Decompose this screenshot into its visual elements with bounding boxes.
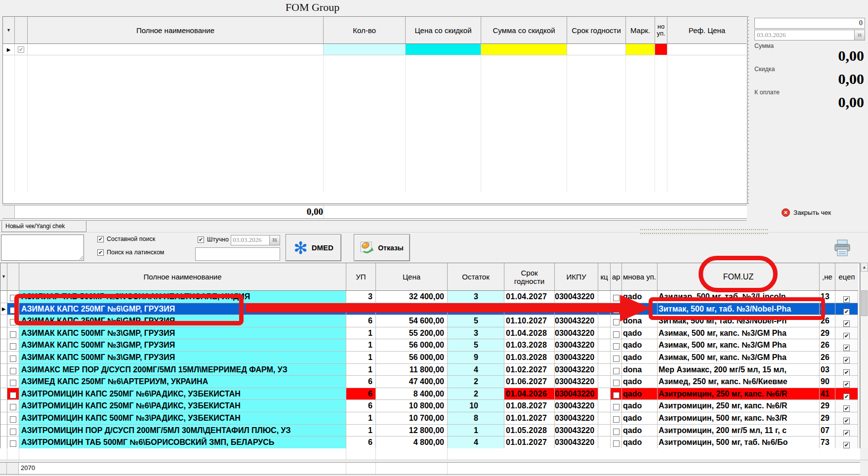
checked-checkbox-icon[interactable]	[843, 418, 850, 424]
row-select-checkbox[interactable]	[7, 400, 19, 412]
cell-mark-checkbox[interactable]	[611, 425, 622, 437]
unchecked-checkbox-icon[interactable]	[10, 416, 16, 423]
counter-input[interactable]: 0	[754, 18, 865, 29]
products-scrollbar[interactable]: ▲	[860, 263, 868, 448]
products-header-fomuz[interactable]: FOM.UZ	[658, 263, 820, 291]
product-row[interactable]: ▶АЗИМАК КАПС 250МГ №6\GMP, ГРУЗИЯЗитмак,…	[0, 303, 860, 316]
checked-checkbox-icon[interactable]	[97, 249, 104, 256]
calendar-icon[interactable]: 31	[854, 30, 865, 40]
checked-checkbox-icon[interactable]	[843, 309, 850, 315]
checked-checkbox-icon[interactable]	[97, 236, 104, 242]
product-row[interactable]: АЗИМАК КАПС 500МГ №3\GMP, ГРУЗИЯ156 000,…	[0, 352, 860, 364]
checked-checkbox-icon[interactable]	[843, 345, 850, 351]
products-header-price[interactable]: Цена	[376, 263, 448, 291]
products-header-name[interactable]: Полное наименование	[19, 263, 346, 291]
cell-mark-checkbox[interactable]	[611, 364, 622, 376]
cell-mark-checkbox[interactable]	[611, 436, 622, 449]
cell-rx-checkbox[interactable]	[835, 291, 858, 303]
piece-qty-input[interactable]	[195, 247, 280, 261]
row-select-checkbox[interactable]	[7, 327, 19, 340]
receipt-header-expiry[interactable]: Срок годности	[567, 17, 626, 44]
row-select-checkbox[interactable]	[7, 291, 19, 303]
cell-rx-checkbox[interactable]	[835, 315, 858, 327]
products-header-ar[interactable]: ар	[611, 263, 622, 291]
unchecked-checkbox-icon[interactable]	[613, 404, 620, 410]
dmed-button[interactable]: ✻ DMED	[286, 234, 341, 261]
product-row[interactable]: АЗИМАК КАПС 250МГ №6\GMP, ГРУЗИЯ654 600,…	[0, 315, 860, 327]
unchecked-checkbox-icon[interactable]	[613, 343, 620, 350]
cell-rx-checkbox[interactable]	[835, 412, 858, 425]
rejects-button[interactable]: Отказы	[354, 234, 410, 261]
row-select-checkbox[interactable]	[7, 339, 19, 352]
piece-date-field[interactable]: 03.03.2026 31	[231, 235, 280, 245]
unchecked-checkbox-icon[interactable]	[10, 319, 16, 325]
cell-rx-checkbox[interactable]	[835, 425, 858, 437]
product-row[interactable]: АЗИМАК КАПС 500МГ №3\GMP, ГРУЗИЯ156 000,…	[0, 339, 860, 352]
receipt-header-checkbox-col[interactable]	[15, 17, 28, 44]
unchecked-checkbox-icon[interactable]	[613, 307, 620, 314]
cell-rx-checkbox[interactable]	[835, 339, 858, 352]
row-select-checkbox[interactable]	[7, 376, 19, 388]
unchecked-checkbox-icon[interactable]	[10, 440, 16, 447]
products-header-unit[interactable]: мнова уп.	[622, 263, 658, 291]
unchecked-checkbox-icon[interactable]	[10, 429, 16, 435]
unchecked-checkbox-icon[interactable]	[10, 368, 16, 374]
cell-mark-checkbox[interactable]	[611, 352, 622, 364]
splitter-handle[interactable]	[747, 16, 749, 204]
products-header-kc[interactable]: кц	[598, 263, 611, 291]
receipt-header-ref-price[interactable]: Реф. Цена	[667, 17, 746, 44]
unchecked-checkbox-icon[interactable]	[10, 331, 16, 338]
close-receipt-button[interactable]: ✕ Закрыть чек	[782, 208, 831, 217]
unchecked-checkbox-icon[interactable]	[10, 343, 16, 350]
product-row[interactable]: АЗИТРОМИЦИН КАПС 250МГ №6\РАДИКС, УЗБЕКИ…	[0, 388, 860, 400]
checked-checkbox-icon[interactable]	[843, 430, 850, 436]
cell-mark-checkbox[interactable]	[611, 412, 622, 425]
scrollbar-thumb[interactable]	[861, 290, 868, 316]
cell-mark-checkbox[interactable]	[611, 327, 622, 340]
receipt-header-marker[interactable]: ▼	[3, 17, 15, 44]
row-select-checkbox[interactable]	[7, 364, 19, 376]
product-row[interactable]: АЗИМЕД КАПС 250МГ №6\АРТЕРИУМ, УКРАИНА64…	[0, 376, 860, 388]
checked-checkbox-icon[interactable]	[843, 320, 850, 327]
cell-rx-checkbox[interactable]	[835, 376, 858, 388]
receipt-header-sum-discount[interactable]: Сумма со скидкой	[481, 17, 567, 44]
checked-checkbox-icon[interactable]	[843, 442, 850, 448]
checked-checkbox-icon[interactable]	[198, 237, 204, 243]
products-header-checkbox-col[interactable]	[7, 263, 19, 291]
cell-mark-checkbox[interactable]	[611, 376, 622, 388]
cell-rx-checkbox[interactable]	[835, 364, 858, 376]
checked-checkbox-icon[interactable]	[843, 381, 850, 388]
cell-rx-checkbox[interactable]	[835, 400, 858, 412]
unchecked-checkbox-icon[interactable]	[10, 295, 16, 301]
cell-mark-checkbox[interactable]	[611, 303, 622, 316]
product-row[interactable]: АЗИМАК КАПС 500МГ №3\GMP, ГРУЗИЯ155 200,…	[0, 327, 860, 340]
unchecked-checkbox-icon[interactable]	[613, 295, 620, 301]
cell-rx-checkbox[interactable]	[835, 436, 858, 449]
unchecked-checkbox-icon[interactable]	[613, 368, 620, 374]
unchecked-checkbox-icon[interactable]	[613, 416, 620, 423]
receipt-header-name[interactable]: Полное наименование	[28, 17, 324, 44]
calendar-icon[interactable]: 31	[269, 236, 280, 245]
piece-option[interactable]: Штучно	[198, 236, 229, 243]
product-row[interactable]: АЗИТРОМИЦИН КАПС 250МГ №6\РАДИКС, УЗБЕКИ…	[0, 400, 860, 412]
unchecked-checkbox-icon[interactable]	[10, 380, 16, 386]
checked-checkbox-icon[interactable]	[843, 405, 850, 412]
product-row[interactable]: АЗИТРОМИЦИН ТАБ 500МГ №6\БОРИСОВСКИЙ ЗМП…	[0, 436, 860, 449]
unchecked-checkbox-icon[interactable]	[10, 356, 16, 362]
product-row[interactable]: АЗИМАКС МЕР ПОР Д/СУСП 200МГ/5МЛ 15МЛ\МЕ…	[0, 364, 860, 376]
print-button[interactable]	[833, 238, 853, 258]
tab-new-receipt[interactable]: Новый чек/Yangi chek	[1, 221, 86, 232]
scroll-up-icon[interactable]: ▲	[861, 263, 868, 272]
search-input[interactable]	[1, 235, 84, 261]
products-header-expiry[interactable]: Срок годности	[504, 263, 555, 291]
cell-rx-checkbox[interactable]	[835, 388, 858, 400]
product-row[interactable]: АЗИТРОМИЦИН ПОР Д/СУСП 200МГ/5МЛ 30МЛ\ДЕ…	[0, 425, 860, 437]
row-select-checkbox[interactable]	[7, 315, 19, 327]
unchecked-checkbox-icon[interactable]	[613, 331, 620, 338]
receipt-header-pack[interactable]: но уп.	[655, 17, 667, 44]
latin-search-option[interactable]: Поиск на латинском	[97, 249, 164, 256]
checked-checkbox-icon[interactable]	[843, 394, 850, 400]
cell-mark-checkbox[interactable]	[611, 291, 622, 303]
row-select-checkbox[interactable]	[7, 425, 19, 437]
unchecked-checkbox-icon[interactable]	[613, 429, 620, 435]
